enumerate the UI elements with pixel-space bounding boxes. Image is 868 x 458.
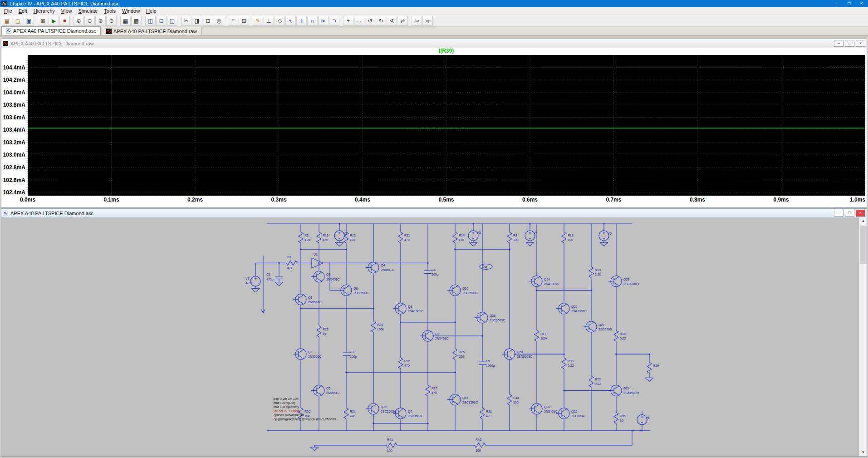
print-preview-button[interactable]: ⊞ [239,16,249,26]
menu-tools[interactable]: Tools [101,8,119,14]
mark-data-points-button[interactable]: ▩ [131,16,142,26]
svg-text:10: 10 [620,419,623,422]
plot-area[interactable] [28,55,865,196]
y-tick-label: 103.8mA [3,102,26,108]
zoom-back-icon: ⊖ [87,18,92,24]
schematic-window-title: APEX A40 PA LTSPICE Diamond.asc [10,211,93,216]
svg-text:R16: R16 [304,410,310,413]
svg-text:47k: 47k [287,266,293,270]
find-button[interactable]: ◎ [214,16,224,26]
svg-text:470p: 470p [266,278,274,281]
ltspice-app-window: LTspice IV - APEX A40 PA LTSPICE Diamond… [0,0,868,458]
mirror-button[interactable]: ⇄ [397,16,408,26]
text-button[interactable]: Aa [412,16,422,26]
menu-hierarchy[interactable]: Hierarchy [30,8,58,14]
cut-button[interactable]: ✂ [181,16,191,26]
open-button[interactable]: ◳ [13,16,23,26]
new-schematic-button[interactable]: ▤ [2,16,12,26]
toolbar-separator [178,16,181,26]
save-button[interactable]: ▣ [24,16,34,26]
redo-button[interactable]: ↻ [376,16,386,26]
scroll-down-arrow[interactable]: ▼ [859,449,867,456]
waveform-window-titlebar[interactable]: APEX A40 PA LTSPICE Diamond.raw – □ × [1,39,867,48]
tile-horizontal-button[interactable]: ◫ [145,16,156,26]
waveform-close-button[interactable]: × [856,40,865,47]
inductor-button[interactable]: ∩ [307,16,318,26]
zoom-back-button[interactable]: ⊖ [84,16,95,26]
svg-text:V4: V4 [534,231,538,234]
waveform-plot[interactable]: 104.4mA104.2mA104.0mA103.8mA103.6mA103.4… [1,48,867,207]
rotate-icon: ∢ [389,18,394,24]
waveform-minimize-button[interactable]: – [834,40,843,47]
svg-text:Q26: Q26 [490,314,495,318]
window-close-button[interactable]: × [855,0,868,7]
tile-vertical-button[interactable]: ⊟ [156,16,167,26]
window-maximize-button[interactable]: □ [843,0,855,7]
svg-text:470: 470 [459,238,464,241]
schematic-minimize-button[interactable]: – [834,210,843,217]
svg-text:Out: Out [482,265,487,268]
zoom-extents-button[interactable]: ⊙ [106,16,117,26]
scroll-thumb[interactable] [860,226,867,264]
svg-text:R23: R23 [323,328,329,331]
run-button[interactable]: ▶ [49,16,59,26]
menu-edit[interactable]: Edit [15,8,30,14]
svg-text:R35: R35 [620,414,626,418]
window-minimize-button[interactable]: – [830,0,843,7]
grid-button[interactable]: ▦ [120,16,131,26]
copy-icon: ◨ [195,18,200,24]
x-tick-label: 0.2ms [187,197,203,203]
drag-button[interactable]: ↔ [354,16,364,26]
menu-help[interactable]: Help [143,8,160,14]
print-button[interactable]: ≡ [228,16,238,26]
move-button[interactable]: + [343,16,353,26]
toolbar-separator [34,16,37,26]
diode-button[interactable]: ⊳ [318,16,329,26]
ground-icon: ⊥ [266,18,271,24]
vertical-scrollbar[interactable]: ▲ ▼ [859,217,867,456]
app-icon [1,1,7,6]
svg-text:C1: C1 [266,273,270,276]
ground-button[interactable]: ⊥ [264,16,274,26]
cascade-button[interactable]: ◱ [167,16,177,26]
tab-asc-file[interactable]: APEX A40 PA LTSPICE Diamond.asc [1,26,101,35]
tab-raw-file[interactable]: APEX A40 PA LTSPICE Diamond.raw [102,27,201,35]
label-net-button[interactable]: ◇ [275,16,285,26]
paste-button[interactable]: ⊡ [203,16,213,26]
print-icon: ≡ [231,18,235,24]
resistor-button[interactable]: ∿ [285,16,296,26]
wire-button[interactable]: ✎ [253,16,263,26]
undo-button[interactable]: ↺ [365,16,375,26]
zoom-area-button[interactable]: ⊕ [74,16,84,26]
schematic-window[interactable]: APEX A40 PA LTSPICE Diamond.asc – □ × R3… [1,208,867,457]
svg-text:2SC3503C: 2SC3503C [462,401,478,404]
menu-view[interactable]: View [58,8,75,14]
schematic-canvas[interactable]: R31.2kQ12N5551CQ22N5551CR1610kR13470Q32N… [1,217,859,456]
component-button[interactable]: ⊃ [329,16,339,26]
menu-window[interactable]: Window [119,8,143,14]
svg-text:R17: R17 [540,332,546,335]
y-tick-label: 103.6mA [3,114,26,121]
svg-text:R44: R44 [513,396,519,399]
scroll-up-arrow[interactable]: ▲ [859,217,867,225]
menu-file[interactable]: File [1,8,15,14]
waveform-maximize-button[interactable]: □ [845,40,854,47]
svg-text:C4: C4 [432,268,436,271]
control-panel-button[interactable]: ⊠ [38,16,48,26]
y-tick-label: 103.0mA [3,152,26,158]
trace-name-label[interactable]: I(R39) [439,48,454,54]
schematic-maximize-button[interactable]: □ [845,210,854,217]
toolbar-separator [70,16,73,26]
titlebar[interactable]: LTspice IV - APEX A40 PA LTSPICE Diamond… [0,0,868,7]
halt-button[interactable]: ■ [59,16,70,26]
menu-simulate[interactable]: Simulate [75,8,101,14]
copy-button[interactable]: ◨ [192,16,202,26]
zoom-out-button[interactable]: ⊘ [95,16,106,26]
waveform-window[interactable]: APEX A40 PA LTSPICE Diamond.raw – □ × 10… [1,39,867,207]
rotate-button[interactable]: ∢ [387,16,397,26]
spice-directive-button[interactable]: .op [422,16,433,26]
schematic-close-button[interactable]: × [856,210,865,217]
schematic-window-titlebar[interactable]: APEX A40 PA LTSPICE Diamond.asc – □ × [1,209,867,217]
svg-text:470: 470 [486,414,491,418]
capacitor-button[interactable]: ‖ [296,16,307,26]
